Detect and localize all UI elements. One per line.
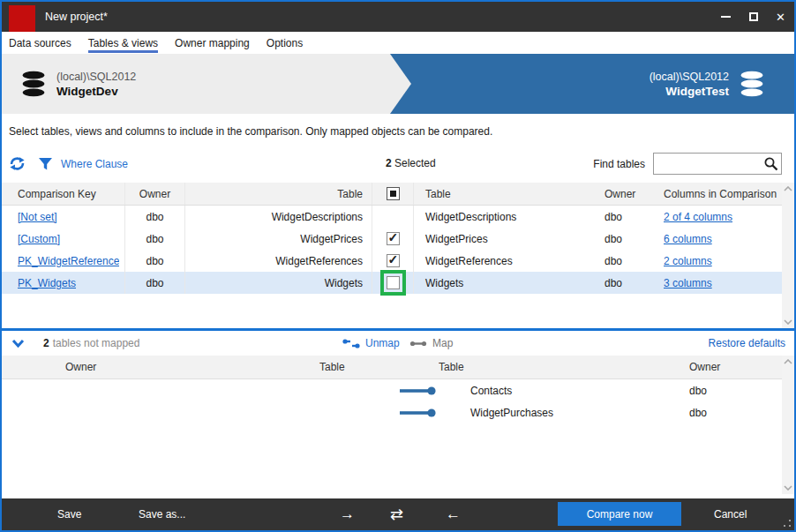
mapping-bar: 2 tables not mapped Unmap Map Restore de… bbox=[2, 331, 794, 356]
grid-header-row: Owner Table Table Owner bbox=[2, 356, 794, 379]
restore-defaults-link[interactable]: Restore defaults bbox=[709, 337, 785, 349]
include-checkbox[interactable] bbox=[387, 254, 400, 267]
tab-bar: Data sources Tables & views Owner mappin… bbox=[2, 32, 794, 54]
target-owner-cell: dbo bbox=[595, 228, 650, 250]
unmapped-row[interactable]: Contacts dbo bbox=[2, 379, 794, 401]
columns-in-comparison-link[interactable]: 6 columns bbox=[664, 233, 712, 245]
collapse-chevron-icon[interactable] bbox=[11, 339, 25, 348]
comparison-key-link[interactable]: [Custom] bbox=[18, 233, 60, 245]
source-owner-cell: dbo bbox=[125, 206, 185, 228]
highlight-annotation bbox=[387, 276, 400, 289]
target-owner-cell: dbo bbox=[595, 272, 650, 294]
target-owner-cell: dbo bbox=[686, 401, 794, 423]
compare-now-button[interactable]: Compare now bbox=[558, 502, 681, 526]
maximize-button[interactable] bbox=[740, 2, 767, 32]
header-source-table[interactable]: Table bbox=[185, 183, 372, 205]
header-target-table[interactable]: Table bbox=[414, 183, 595, 205]
unmap-button[interactable]: Unmap bbox=[342, 337, 400, 349]
target-table-cell: WidgetDescriptions bbox=[414, 206, 595, 228]
close-button[interactable]: ✕ bbox=[767, 2, 794, 32]
grid-header-row: Comparison Key Owner Table Table Owner C… bbox=[2, 183, 794, 206]
tab-options[interactable]: Options bbox=[267, 32, 303, 54]
deploy-right-icon[interactable]: → bbox=[340, 498, 355, 530]
selected-count: 2 bbox=[386, 157, 392, 169]
include-checkbox[interactable] bbox=[387, 276, 400, 289]
swap-direction-icon[interactable]: ⇄ bbox=[390, 498, 403, 530]
comparison-key-link[interactable]: [Not set] bbox=[18, 211, 57, 223]
cancel-button[interactable]: Cancel bbox=[714, 498, 747, 530]
table-row[interactable]: PK_Widgets dbo Widgets Widgets dbo 3 col… bbox=[2, 272, 794, 294]
filter-button[interactable] bbox=[38, 157, 53, 171]
target-table-cell: WidgetPrices bbox=[414, 228, 595, 250]
mapping-endpoint-icon bbox=[399, 386, 438, 396]
source-table-cell: WidgetPrices bbox=[185, 228, 372, 250]
scroll-down-icon[interactable] bbox=[784, 485, 792, 491]
scrollbar[interactable] bbox=[782, 183, 794, 328]
target-table-cell: WidgetReferences bbox=[414, 250, 595, 272]
header-target-owner[interactable]: Owner bbox=[686, 356, 794, 378]
instruction-text: Select tables, views and columns to incl… bbox=[2, 114, 794, 145]
header-source-owner[interactable]: Owner bbox=[2, 356, 180, 378]
table-row[interactable]: [Custom] dbo WidgetPrices WidgetPrices d… bbox=[2, 228, 794, 250]
header-columns[interactable]: Columns in Comparison bbox=[650, 183, 794, 205]
selected-label: Selected bbox=[392, 157, 436, 169]
tab-tables-views[interactable]: Tables & views bbox=[88, 32, 158, 54]
scroll-down-icon[interactable] bbox=[784, 319, 792, 325]
table-row[interactable]: PK_WidgetReference dbo WidgetReferences … bbox=[2, 250, 794, 272]
save-as-button[interactable]: Save as... bbox=[139, 498, 185, 530]
columns-in-comparison-link[interactable]: 3 columns bbox=[664, 277, 712, 289]
refresh-icon bbox=[9, 155, 26, 172]
database-icon bbox=[19, 70, 48, 98]
unmapped-row[interactable]: WidgetPurchases dbo bbox=[2, 401, 794, 423]
header-target-table[interactable]: Table bbox=[439, 356, 686, 378]
find-tables-label: Find tables bbox=[593, 158, 645, 170]
table-row[interactable]: [Not set] dbo WidgetDescriptions WidgetD… bbox=[2, 206, 794, 228]
mapped-tables-grid: Comparison Key Owner Table Table Owner C… bbox=[2, 183, 794, 328]
scroll-up-icon[interactable] bbox=[784, 186, 792, 191]
target-owner-cell: dbo bbox=[595, 250, 650, 272]
target-table-cell: WidgetPurchases bbox=[439, 401, 686, 423]
target-owner-cell: dbo bbox=[595, 206, 650, 228]
source-table-cell: Widgets bbox=[185, 272, 372, 294]
search-icon bbox=[763, 156, 778, 171]
footer-bar: Save Save as... → ⇄ ← Compare now Cancel bbox=[2, 498, 794, 530]
select-all-checkbox[interactable] bbox=[387, 187, 400, 200]
source-database: WidgetDev bbox=[56, 85, 136, 98]
comparison-key-link[interactable]: PK_WidgetReference bbox=[18, 255, 119, 267]
columns-in-comparison-link[interactable]: 2 of 4 columns bbox=[664, 211, 732, 223]
source-table-cell: WidgetReferences bbox=[185, 250, 372, 272]
tab-owner-mapping[interactable]: Owner mapping bbox=[175, 32, 250, 54]
map-icon bbox=[409, 338, 427, 349]
selected-status: 2 Selected bbox=[386, 157, 436, 169]
scroll-up-icon[interactable] bbox=[784, 359, 792, 364]
header-target-owner[interactable]: Owner bbox=[595, 183, 650, 205]
source-table-cell: WidgetDescriptions bbox=[185, 206, 372, 228]
app-window: New project* ✕ Data sources Tables & vie… bbox=[0, 0, 796, 532]
map-button[interactable]: Map bbox=[409, 337, 453, 349]
deploy-left-icon[interactable]: ← bbox=[446, 498, 461, 530]
window-title: New project* bbox=[45, 11, 108, 23]
source-database-panel: (local)\SQL2012 WidgetDev bbox=[2, 54, 411, 114]
mapping-endpoint-icon bbox=[399, 408, 438, 418]
where-clause-button[interactable]: Where Clause bbox=[61, 158, 128, 170]
minimize-button[interactable] bbox=[712, 2, 740, 32]
include-checkbox[interactable] bbox=[387, 232, 400, 245]
comparison-key-link[interactable]: PK_Widgets bbox=[18, 277, 76, 289]
target-server: (local)\SQL2012 bbox=[650, 71, 729, 83]
target-database: WidgetTest bbox=[650, 85, 729, 98]
refresh-button[interactable] bbox=[9, 155, 26, 172]
tab-data-sources[interactable]: Data sources bbox=[9, 32, 71, 54]
columns-in-comparison-link[interactable]: 2 columns bbox=[664, 255, 712, 267]
save-button[interactable]: Save bbox=[57, 498, 81, 530]
minimize-icon bbox=[721, 16, 731, 18]
unmapped-label: tables not mapped bbox=[53, 337, 140, 349]
filter-icon bbox=[38, 157, 53, 171]
unmapped-count: 2 bbox=[43, 337, 49, 349]
source-server: (local)\SQL2012 bbox=[56, 71, 136, 83]
target-table-cell: Widgets bbox=[414, 272, 595, 294]
header-comparison-key[interactable]: Comparison Key bbox=[2, 183, 125, 205]
scrollbar[interactable] bbox=[782, 356, 794, 494]
header-owner[interactable]: Owner bbox=[125, 183, 185, 205]
resize-grip[interactable] bbox=[782, 518, 791, 527]
header-source-table[interactable]: Table bbox=[180, 356, 397, 378]
